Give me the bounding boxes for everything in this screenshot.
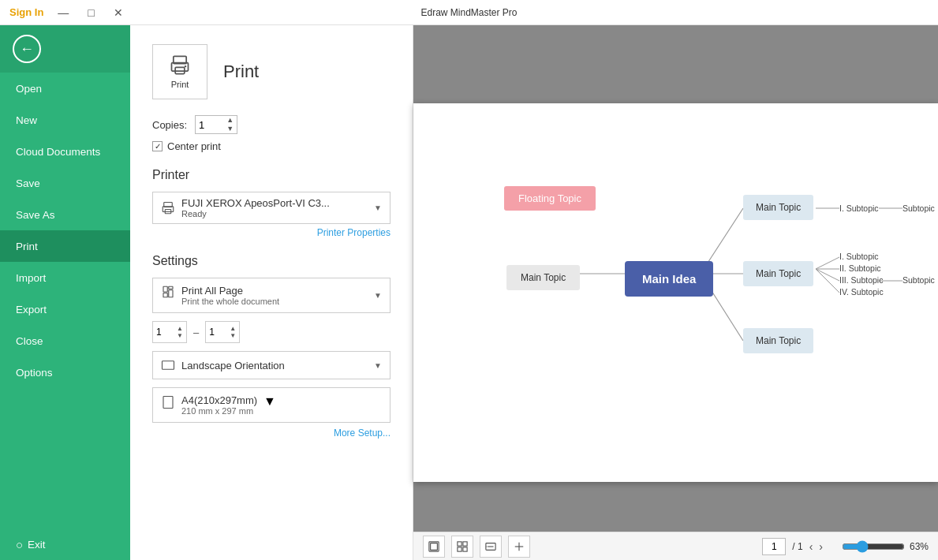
maximize-button[interactable]: □: [83, 6, 99, 20]
left-main-topic: Main Topic: [506, 265, 580, 290]
grid-view-button[interactable]: [451, 536, 473, 558]
pages-range: ▲ ▼ – ▲ ▼: [152, 321, 391, 343]
sidebar-item-cloud[interactable]: Cloud Documents: [0, 136, 130, 167]
zoom-slider[interactable]: [842, 540, 905, 553]
zoom-label: 63%: [910, 541, 929, 552]
print-range-label: Print All Page: [181, 285, 279, 297]
sidebar-item-import[interactable]: Import: [0, 262, 130, 293]
print-range-icon: [161, 285, 175, 299]
copies-input[interactable]: ▲ ▼: [195, 115, 237, 134]
center-print-row: ✓ Center print: [152, 140, 391, 152]
sidebar-item-print[interactable]: Print: [0, 230, 130, 262]
sidebar-item-open[interactable]: Open: [0, 73, 130, 104]
fit-page-icon: [428, 541, 439, 552]
print-preview-button[interactable]: [508, 536, 530, 558]
page-from-up[interactable]: ▲: [177, 325, 183, 332]
copies-field[interactable]: [199, 119, 221, 131]
sidebar-item-saveas[interactable]: Save As: [0, 199, 130, 230]
page-from-input[interactable]: ▲ ▼: [152, 321, 187, 343]
fit-page-button[interactable]: [423, 536, 445, 558]
svg-rect-12: [163, 397, 173, 409]
sign-in-button[interactable]: Sign In: [9, 6, 43, 18]
svg-line-21: [816, 269, 839, 281]
sidebar-item-options[interactable]: Options: [0, 357, 130, 388]
right-topic-top: Main Topic: [743, 195, 813, 220]
printer-status: Ready: [181, 209, 330, 218]
copies-spinner: ▲ ▼: [226, 116, 234, 133]
svg-rect-7: [163, 286, 167, 292]
printer-icon: [169, 54, 191, 77]
pages-dash: –: [193, 327, 199, 338]
subtopic-mid-3: III. Subtopic: [839, 275, 883, 285]
sidebar-item-save[interactable]: Save: [0, 167, 130, 199]
subtopic-top-2: Subtopic: [902, 203, 935, 213]
sidebar-item-new[interactable]: New: [0, 104, 130, 136]
copies-down[interactable]: ▼: [226, 125, 234, 133]
page-to-input[interactable]: ▲ ▼: [205, 321, 240, 343]
next-page-button[interactable]: ›: [819, 540, 823, 553]
svg-rect-29: [463, 547, 467, 551]
paper-dropdown[interactable]: A4(210x297mm) 210 mm x 297 mm ▼: [152, 387, 391, 423]
more-setup-link[interactable]: More Setup...: [152, 427, 391, 439]
copies-row: Copies: ▲ ▼: [152, 115, 391, 134]
svg-rect-26: [458, 541, 462, 545]
sidebar-item-close[interactable]: Close: [0, 325, 130, 357]
print-preview-icon: [514, 541, 525, 552]
page-to-down[interactable]: ▼: [230, 332, 236, 339]
sidebar-item-exit[interactable]: ○ Exit: [0, 528, 130, 560]
printer-section-title: Printer: [152, 168, 391, 182]
printer-name: FUJI XEROX ApeosPort-VI C3...: [181, 197, 330, 209]
paper-icon: [161, 394, 175, 410]
exit-icon: ○: [16, 538, 23, 551]
copies-up[interactable]: ▲: [226, 116, 234, 125]
svg-rect-25: [431, 543, 438, 550]
page-to-spinner: ▲ ▼: [230, 325, 236, 339]
page-from-down[interactable]: ▼: [177, 332, 183, 339]
orientation-dropdown[interactable]: Landscape Orientation ▼: [152, 351, 391, 379]
sidebar-item-export[interactable]: Export: [0, 293, 130, 325]
back-arrow-icon: ←: [13, 35, 41, 63]
prev-page-button[interactable]: ‹: [809, 540, 813, 553]
printer-info: FUJI XEROX ApeosPort-VI C3... Ready: [181, 197, 330, 218]
titlebar: Edraw MindMaster Pro Sign In — □ ✕: [0, 0, 938, 25]
print-range-sub: Print the whole document: [181, 297, 279, 306]
paper-info: A4(210x297mm) 210 mm x 297 mm: [181, 394, 257, 416]
printer-small-icon: [161, 201, 175, 215]
paper-label: A4(210x297mm): [181, 394, 257, 406]
page-to-up[interactable]: ▲: [230, 325, 236, 332]
print-range-info: Print All Page Print the whole document: [181, 285, 279, 306]
close-button[interactable]: ✕: [109, 6, 128, 20]
svg-rect-9: [169, 286, 173, 289]
paper-sub: 210 mm x 297 mm: [181, 406, 257, 416]
print-title: Print: [223, 62, 259, 82]
svg-rect-27: [463, 541, 467, 545]
floating-topic: Floating Topic: [504, 186, 596, 211]
back-button[interactable]: ←: [0, 25, 130, 73]
print-icon-box[interactable]: Print: [152, 44, 207, 99]
main-idea: Main Idea: [625, 261, 713, 297]
page-to-field[interactable]: [209, 327, 228, 338]
zoom-area: 63%: [842, 540, 929, 553]
main-layout: ← Open New Cloud Documents Save Save As …: [0, 25, 938, 560]
minimize-button[interactable]: —: [53, 6, 73, 20]
print-panel: Print Print Copies: ▲ ▼ ✓ Center print: [130, 25, 413, 560]
titlebar-title: Edraw MindMaster Pro: [420, 7, 517, 18]
right-topic-mid: Main Topic: [743, 261, 813, 286]
center-print-checkbox[interactable]: ✓: [152, 141, 163, 151]
subtopic-top-1: I. Subtopic: [839, 203, 879, 213]
content-wrapper: Print Print Copies: ▲ ▼ ✓ Center print: [130, 25, 938, 560]
page-nav: / 1 ‹ ›: [762, 538, 823, 555]
printer-dropdown[interactable]: FUJI XEROX ApeosPort-VI C3... Ready ▼: [152, 192, 391, 224]
page-number-input[interactable]: [762, 538, 786, 555]
subtopic-mid-1: I. Subtopic: [839, 252, 879, 261]
page-from-spinner: ▲ ▼: [177, 325, 183, 339]
svg-rect-10: [169, 290, 173, 297]
page-from-field[interactable]: [156, 327, 175, 338]
print-range-dropdown[interactable]: Print All Page Print the whole document …: [152, 278, 391, 313]
fit-width-button[interactable]: [480, 536, 502, 558]
right-topic-bot: Main Topic: [743, 328, 813, 353]
print-header: Print Print: [152, 44, 391, 99]
printer-properties-link[interactable]: Printer Properties: [152, 227, 391, 238]
preview-area: Floating Topic Main Topic Main Idea Main…: [413, 25, 938, 560]
svg-point-3: [185, 65, 186, 67]
